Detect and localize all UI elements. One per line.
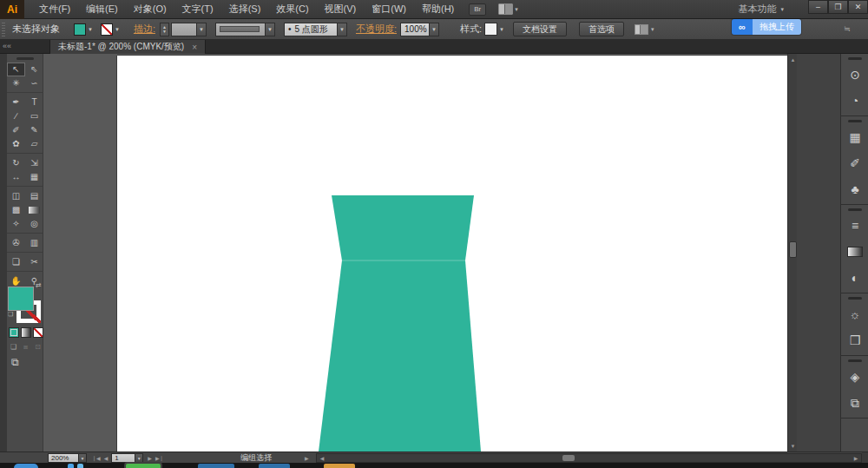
vertical-scroll-thumb[interactable]: [789, 241, 797, 258]
panel-gradient-icon[interactable]: [841, 239, 868, 265]
taskbar-app-active[interactable]: [126, 464, 161, 468]
panel-graphic-styles-icon[interactable]: ❒: [841, 327, 868, 353]
tool-line-segment[interactable]: ∕: [7, 109, 25, 123]
taskbar-folder[interactable]: [324, 464, 355, 468]
tool-paintbrush[interactable]: ✐: [7, 123, 25, 137]
stroke-color-control[interactable]: ▼: [101, 23, 120, 36]
menu-item-1[interactable]: 编辑(E): [78, 3, 126, 16]
color-button[interactable]: [9, 327, 19, 338]
prev-artboard-icon[interactable]: ◀: [102, 455, 110, 461]
last-artboard-icon[interactable]: ▶❘: [154, 455, 166, 461]
dock-collapse-icon[interactable]: ≒: [844, 24, 851, 33]
tool-mesh[interactable]: ▩: [7, 203, 25, 217]
chevron-down-icon[interactable]: ▼: [338, 23, 347, 36]
opacity-combo[interactable]: 100% ▼: [400, 23, 439, 36]
tool-rectangle[interactable]: ▭: [25, 109, 43, 123]
chevron-down-icon[interactable]: ▼: [88, 27, 93, 32]
menu-item-4[interactable]: 选择(S): [221, 3, 269, 16]
draw-normal-icon[interactable]: ❏: [8, 342, 19, 352]
chevron-down-icon[interactable]: ▼: [430, 23, 439, 36]
preferences-button[interactable]: 首选项: [579, 22, 624, 36]
panel-artboards-icon[interactable]: ⧉: [841, 390, 868, 416]
horizontal-scrollbar[interactable]: ◀ ▶: [316, 453, 862, 463]
dock-group-grip[interactable]: [848, 359, 862, 362]
first-artboard-icon[interactable]: ❘◀: [90, 455, 102, 461]
tool-column-graph[interactable]: ▥: [25, 236, 43, 250]
dock-group-grip[interactable]: [848, 208, 862, 211]
status-menu-icon[interactable]: ▶: [305, 453, 309, 463]
scroll-right-icon[interactable]: ▶: [852, 454, 860, 462]
panel-layers-icon[interactable]: ◈: [841, 364, 868, 390]
drag-upload-button[interactable]: ∞ 拖拽上传: [732, 19, 801, 35]
tool-gradient[interactable]: [25, 203, 43, 217]
menu-item-3[interactable]: 文字(T): [174, 3, 221, 16]
app-logo[interactable]: Ai: [0, 0, 24, 19]
taskbar-tray-dot-1[interactable]: [68, 464, 74, 468]
stroke-weight-combo[interactable]: ▼: [171, 23, 207, 36]
stroke-weight-stepper[interactable]: ▲▼: [160, 23, 169, 36]
next-artboard-icon[interactable]: ▶: [146, 455, 154, 461]
artboard-number-field[interactable]: 1: [111, 453, 135, 463]
minimize-button[interactable]: –: [808, 0, 828, 14]
horizontal-scroll-thumb[interactable]: [562, 455, 575, 461]
tool-eyedropper[interactable]: ✧: [7, 217, 25, 231]
menu-item-2[interactable]: 对象(O): [126, 3, 174, 16]
tool-perspective-grid[interactable]: ▤: [25, 189, 43, 203]
menu-item-8[interactable]: 帮助(H): [414, 3, 462, 16]
style-swatch[interactable]: [484, 23, 497, 36]
tool-eraser[interactable]: ▱: [25, 137, 43, 151]
style-combo[interactable]: ▼: [484, 23, 504, 36]
vertical-scrollbar[interactable]: ▲ ▼: [787, 54, 797, 452]
taskbar-window-1[interactable]: [198, 464, 234, 468]
chevron-down-icon[interactable]: ▼: [197, 23, 207, 36]
tool-direct-selection[interactable]: ⇖: [25, 63, 43, 76]
close-button[interactable]: ✕: [848, 0, 868, 14]
tool-pen[interactable]: ✒: [7, 96, 25, 109]
panel-color-icon[interactable]: ⊙: [841, 62, 868, 88]
zoom-level-combo[interactable]: 200% ▼: [48, 453, 87, 463]
fill-color-control[interactable]: ▼: [74, 23, 93, 36]
menu-item-7[interactable]: 窗口(W): [364, 3, 414, 16]
taskbar-tray-dot-2[interactable]: [77, 464, 83, 468]
tab-close-icon[interactable]: ×: [192, 43, 197, 52]
canvas-area[interactable]: [43, 54, 831, 452]
panel-brushes-icon[interactable]: ✐: [841, 150, 868, 176]
restore-button[interactable]: ❐: [828, 0, 848, 14]
menu-item-0[interactable]: 文件(F): [31, 3, 78, 16]
panel-appearance-icon[interactable]: ☼: [841, 301, 868, 327]
options-bar-grip[interactable]: [2, 23, 5, 36]
scroll-left-icon[interactable]: ◀: [318, 454, 326, 462]
arrange-documents-button[interactable]: ▾: [498, 3, 518, 15]
artwork-lower-shape[interactable]: [319, 260, 481, 452]
none-button[interactable]: [33, 327, 43, 338]
panel-stroke-icon[interactable]: ≡: [841, 213, 868, 239]
tool-blob-brush[interactable]: ✿: [7, 137, 25, 151]
tool-width[interactable]: ↔: [7, 170, 25, 184]
panel-transparency-icon[interactable]: ◐: [841, 265, 868, 291]
collapse-panels-icon[interactable]: ««: [3, 42, 11, 50]
bridge-button[interactable]: Br: [469, 3, 486, 16]
dock-group-grip[interactable]: [848, 297, 862, 300]
swap-fill-stroke-icon[interactable]: ⇄: [36, 281, 42, 289]
tool-slice[interactable]: ✂: [25, 255, 43, 269]
draw-inside-icon[interactable]: ⊡: [32, 342, 43, 352]
fill-swatch[interactable]: [8, 287, 34, 311]
dock-group-grip[interactable]: [848, 57, 862, 60]
toolbar-grip[interactable]: [16, 57, 34, 60]
workspace-switcher[interactable]: 基本功能 ▾: [738, 3, 784, 16]
fill-color-swatch[interactable]: [74, 23, 86, 36]
share-options-button[interactable]: ▾: [635, 24, 654, 35]
chevron-down-icon[interactable]: ▼: [266, 23, 275, 36]
tool-blend[interactable]: ◎: [25, 217, 43, 231]
default-swatches-icon[interactable]: ❏: [8, 311, 13, 318]
width-profile-combo[interactable]: ▼: [215, 23, 275, 36]
taskbar-start-orb[interactable]: [14, 464, 38, 468]
screen-mode-button[interactable]: ⧉: [11, 356, 19, 368]
tool-scale[interactable]: ⇲: [25, 156, 43, 170]
panel-swatches-icon[interactable]: ▦: [841, 124, 868, 150]
tool-lasso[interactable]: ∽: [25, 76, 43, 90]
artwork-upper-shape[interactable]: [332, 195, 474, 260]
artboard[interactable]: [117, 56, 831, 452]
taskbar-window-2[interactable]: [259, 464, 290, 468]
menu-item-6[interactable]: 视图(V): [317, 3, 365, 16]
